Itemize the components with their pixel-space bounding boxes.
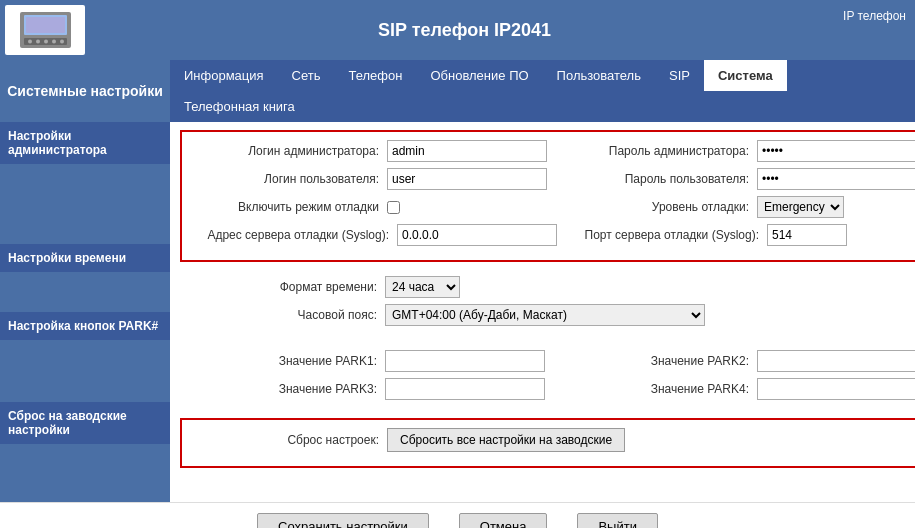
bottom-bar: Сохранить настройки Отмена Выйти bbox=[0, 502, 915, 528]
admin-login-label: Логин администратора: bbox=[197, 144, 387, 158]
timezone-label: Часовой пояс: bbox=[195, 308, 385, 322]
nav-item-user[interactable]: Пользователь bbox=[543, 60, 655, 91]
content-area: Логин администратора: Пароль администрат… bbox=[170, 122, 915, 502]
park4-input[interactable] bbox=[757, 378, 915, 400]
save-button[interactable]: Сохранить настройки bbox=[257, 513, 429, 528]
svg-point-5 bbox=[36, 40, 40, 44]
debug-mode-label: Включить режим отладки bbox=[197, 200, 387, 214]
nav-item-info[interactable]: Информация bbox=[170, 60, 278, 91]
page-title: SIP телефон IP2041 bbox=[378, 20, 551, 41]
park3-label: Значение PARK3: bbox=[195, 382, 385, 396]
syslog-port-label: Порт сервера отладки (Syslog): bbox=[577, 228, 767, 242]
park-section: Значение PARK1: Значение PARK2: Значение… bbox=[180, 344, 915, 412]
timezone-select[interactable]: GMT+04:00 (Абу-Даби, Маскат) GMT+00:00 (… bbox=[385, 304, 705, 326]
logout-button[interactable]: Выйти bbox=[577, 513, 658, 528]
time-format-select[interactable]: 24 часа 12 часов bbox=[385, 276, 460, 298]
reset-button[interactable]: Сбросить все настройки на заводские bbox=[387, 428, 625, 452]
park2-label: Значение PARK2: bbox=[567, 354, 757, 368]
svg-point-7 bbox=[52, 40, 56, 44]
nav-item-phonebook[interactable]: Телефонная книга bbox=[170, 91, 309, 122]
nav-item-sip[interactable]: SIP bbox=[655, 60, 704, 91]
admin-login-input[interactable] bbox=[387, 140, 547, 162]
sidebar-item-time[interactable]: Настройки времени bbox=[0, 244, 170, 272]
admin-password-label: Пароль администратора: bbox=[567, 144, 757, 158]
park3-input[interactable] bbox=[385, 378, 545, 400]
phone-logo bbox=[5, 5, 85, 55]
syslog-addr-input[interactable] bbox=[397, 224, 557, 246]
debug-level-label: Уровень отладки: bbox=[567, 200, 757, 214]
park4-label: Значение PARK4: bbox=[567, 382, 757, 396]
svg-point-6 bbox=[44, 40, 48, 44]
time-section: Формат времени: 24 часа 12 часов Часовой… bbox=[180, 270, 915, 338]
cancel-button[interactable]: Отмена bbox=[459, 513, 548, 528]
svg-point-8 bbox=[60, 40, 64, 44]
debug-level-select[interactable]: Emergency Alert Critical Error Warning N… bbox=[757, 196, 844, 218]
user-login-input[interactable] bbox=[387, 168, 547, 190]
user-login-label: Логин пользователя: bbox=[197, 172, 387, 186]
sidebar-item-reset[interactable]: Сброс на заводские настройки bbox=[0, 402, 170, 444]
reset-label: Сброс настроек: bbox=[197, 433, 387, 447]
nav-item-network[interactable]: Сеть bbox=[278, 60, 335, 91]
svg-point-4 bbox=[28, 40, 32, 44]
user-password-input[interactable] bbox=[757, 168, 915, 190]
user-password-label: Пароль пользователя: bbox=[567, 172, 757, 186]
reset-section: Сброс настроек: Сбросить все настройки н… bbox=[180, 418, 915, 468]
park1-input[interactable] bbox=[385, 350, 545, 372]
syslog-port-input[interactable] bbox=[767, 224, 847, 246]
park2-input[interactable] bbox=[757, 350, 915, 372]
sidebar-header: Системные настройки bbox=[0, 60, 170, 122]
debug-mode-checkbox[interactable] bbox=[387, 201, 400, 214]
nav-item-update[interactable]: Обновление ПО bbox=[416, 60, 542, 91]
admin-password-input[interactable] bbox=[757, 140, 915, 162]
nav-item-system[interactable]: Система bbox=[704, 60, 787, 91]
admin-section: Логин администратора: Пароль администрат… bbox=[180, 130, 915, 262]
phone-icon bbox=[18, 10, 73, 50]
sidebar: Настройки администратора Настройки време… bbox=[0, 122, 170, 502]
svg-rect-2 bbox=[26, 17, 65, 33]
syslog-addr-label: Адрес сервера отладки (Syslog): bbox=[197, 228, 397, 242]
top-right-label: IP телефон bbox=[839, 5, 910, 23]
sidebar-item-park[interactable]: Настройка кнопок PARK# bbox=[0, 312, 170, 340]
time-format-label: Формат времени: bbox=[195, 280, 385, 294]
sidebar-item-admin[interactable]: Настройки администратора bbox=[0, 122, 170, 164]
nav-bar: Информация Сеть Телефон Обновление ПО По… bbox=[170, 60, 915, 122]
park1-label: Значение PARK1: bbox=[195, 354, 385, 368]
nav-item-phone[interactable]: Телефон bbox=[335, 60, 417, 91]
